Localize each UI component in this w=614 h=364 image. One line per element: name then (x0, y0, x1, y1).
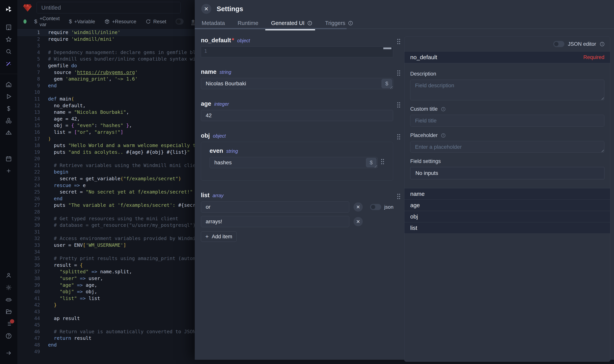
code-line[interactable]: 18 puts "Hello World and a warm welcome … (17, 142, 195, 149)
schedules-prism-icon[interactable] (0, 127, 17, 139)
code-line[interactable]: 5# Windmill uses bundler/inline compatib… (17, 56, 195, 63)
ai-wand-icon[interactable] (0, 57, 17, 70)
json-editor-toggle[interactable] (553, 41, 564, 47)
tab-runtime[interactable]: Runtime (238, 18, 258, 28)
diff-plusminus-button[interactable]: ± (191, 18, 195, 25)
drag-handle-icon[interactable] (397, 39, 401, 45)
code-line[interactable]: 8 gem 'amazing_print', '~> 1.6' (17, 76, 195, 82)
description-textarea[interactable] (410, 80, 604, 97)
code-line[interactable]: 11def main( (17, 96, 195, 103)
code-line[interactable]: 25 secret = "No secret yet at f/examples… (17, 189, 195, 195)
code-line[interactable]: 1require 'windmill/inline' (17, 29, 195, 36)
code-line[interactable]: 9end (17, 82, 195, 89)
field-row-list[interactable]: list (405, 222, 610, 234)
code-line[interactable]: 13 name = "Nicolas Bourbaki", (17, 109, 195, 116)
code-line[interactable]: 23 secret = get_variable("f/examples/sec… (17, 175, 195, 182)
code-line[interactable]: 2require 'windmill/mini' (17, 36, 195, 43)
drag-handle-icon[interactable] (397, 134, 401, 140)
collapse-arrow-icon[interactable] (0, 347, 17, 359)
field-row-age[interactable]: age (405, 200, 610, 211)
windmill-logo-icon[interactable] (0, 3, 17, 16)
code-line[interactable]: 17) (17, 136, 195, 143)
code-line[interactable]: 30 # database = get_resource("u/user/my_… (17, 222, 195, 229)
tab-generated-ui[interactable]: Generated UI (271, 18, 312, 28)
add-plus-icon[interactable] (0, 165, 17, 177)
user-icon[interactable] (0, 269, 17, 281)
code-line[interactable]: 37 "splitted" => name.split, (17, 269, 195, 275)
tab-metadata[interactable]: Metadata (202, 18, 225, 28)
code-line[interactable]: 39 "age" => age, (17, 282, 195, 289)
code-line[interactable]: 3 (17, 42, 195, 49)
field-row-name[interactable]: name (405, 188, 610, 200)
settings-gear-icon[interactable] (0, 281, 17, 293)
code-line[interactable]: 45 (17, 322, 195, 328)
code-line[interactable]: 44 ap result (17, 315, 195, 322)
code-line[interactable]: 12 no_default, (17, 103, 195, 109)
code-line[interactable]: 40 "obj" => obj, (17, 288, 195, 295)
drag-handle-icon[interactable] (397, 70, 401, 76)
placeholder-textarea[interactable] (410, 141, 604, 152)
search-icon[interactable] (0, 45, 17, 57)
tab-triggers[interactable]: Triggers (325, 18, 353, 28)
code-line[interactable]: 27 puts "The variable at 'f/examples/sec… (17, 202, 195, 209)
help-icon[interactable] (0, 330, 17, 342)
name-input[interactable] (201, 80, 382, 87)
home-icon[interactable] (0, 78, 17, 90)
code-line[interactable]: 29 # Get typed resources using the mini … (17, 215, 195, 222)
workspace-icon[interactable] (0, 21, 17, 33)
field-settings-select[interactable]: No inputs (410, 167, 604, 179)
code-line[interactable]: 41 "list" => list (17, 295, 195, 302)
code-line[interactable]: 21 # Retrieve variables using the Windmi… (17, 162, 195, 169)
code-line[interactable]: 34 (17, 249, 195, 255)
calendar-icon[interactable] (0, 153, 17, 165)
code-line[interactable]: 28 (17, 209, 195, 215)
code-line[interactable]: 7 source 'https://rubygems.org' (17, 69, 195, 76)
add-resource-button[interactable]: +Resource (105, 19, 136, 25)
code-line[interactable]: 38 "user" => user, (17, 275, 195, 282)
variables-dollar-icon[interactable] (0, 103, 17, 115)
insert-variable-dollar-button[interactable]: $ (366, 158, 376, 167)
code-line[interactable]: 19 puts "and its acolytes.. #{age} #{obj… (17, 149, 195, 156)
code-line[interactable]: 20 (17, 156, 195, 162)
code-line[interactable]: 31 (17, 229, 195, 235)
json-toggle[interactable] (370, 204, 381, 210)
remove-item-icon[interactable]: ✕ (353, 202, 363, 212)
code-editor[interactable]: 1require 'windmill/inline'2require 'wind… (17, 28, 195, 364)
code-line[interactable]: 22 begin (17, 169, 195, 175)
code-line[interactable]: 33 user = ENV['WM_USERNAME'] (17, 242, 195, 249)
close-icon[interactable]: ✕ (201, 4, 211, 14)
ai-robot-icon[interactable] (0, 293, 17, 306)
code-line[interactable]: 32 # Access environment variables provid… (17, 235, 195, 242)
add-item-button[interactable]: + Add item (201, 231, 237, 242)
age-input[interactable] (201, 112, 393, 118)
add-context-var-button[interactable]: $ +Context var (34, 15, 60, 27)
add-variable-button[interactable]: $ +Variable (69, 18, 95, 25)
drag-handle-icon[interactable] (397, 193, 401, 199)
list-item-input[interactable] (201, 204, 349, 210)
code-line[interactable]: 46 # Return value is automatically conve… (17, 328, 195, 335)
resources-cubes-icon[interactable] (0, 115, 17, 127)
code-line[interactable]: 6gemfile do (17, 63, 195, 69)
editor-scrollbar[interactable] (383, 48, 392, 49)
editor-toggle[interactable] (175, 18, 183, 25)
drag-handle-icon[interactable] (380, 158, 385, 165)
code-line[interactable]: 35 # Pretty print results using amazing_… (17, 255, 195, 262)
code-line[interactable]: 10 (17, 89, 195, 96)
field-row-obj[interactable]: obj (405, 211, 610, 222)
selected-field-row[interactable]: no_default Required (405, 51, 610, 63)
code-line[interactable]: 48end (17, 342, 195, 349)
code-line[interactable]: 36 result = { (17, 262, 195, 269)
custom-title-input[interactable] (410, 115, 604, 127)
code-line[interactable]: 26 end (17, 195, 195, 202)
drag-handle-icon[interactable] (397, 102, 401, 108)
changelog-list-icon[interactable] (0, 318, 17, 330)
script-title-input[interactable]: Untitled (37, 2, 181, 13)
list-item-input[interactable] (201, 219, 349, 225)
code-line[interactable]: 42 } (17, 302, 195, 309)
favorites-star-icon[interactable] (0, 33, 17, 45)
code-line[interactable]: 49 (17, 349, 195, 355)
insert-variable-dollar-button[interactable]: $ (382, 79, 392, 88)
code-line[interactable]: 14 age = 42, (17, 116, 195, 122)
code-line[interactable]: 15 obj = { "even": "hashes" }, (17, 122, 195, 129)
reset-button[interactable]: Reset (145, 19, 166, 25)
